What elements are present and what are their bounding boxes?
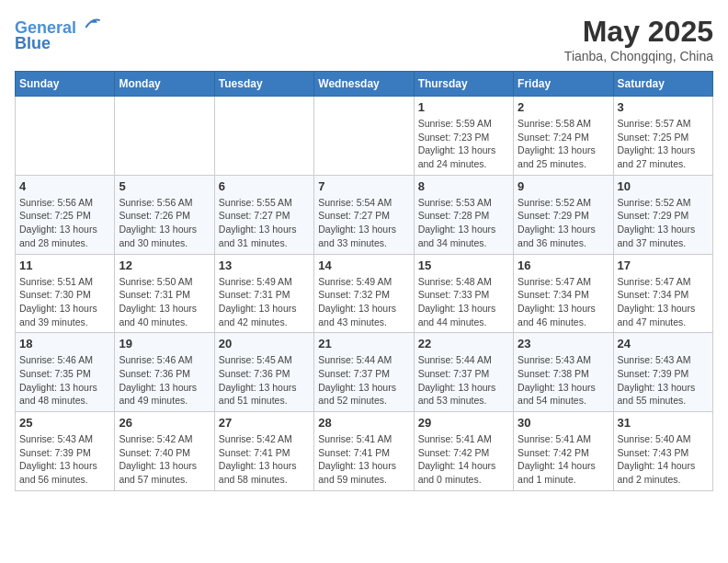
day-cell: 21Sunrise: 5:44 AM Sunset: 7:37 PM Dayli… (314, 333, 414, 412)
day-number: 13 (219, 259, 310, 272)
day-number: 6 (219, 179, 310, 193)
day-info: Sunrise: 5:41 AM Sunset: 7:42 PM Dayligh… (418, 432, 509, 487)
day-cell: 9Sunrise: 5:52 AM Sunset: 7:29 PM Daylig… (514, 175, 613, 254)
month-title: May 2025 (564, 15, 713, 49)
day-cell: 28Sunrise: 5:41 AM Sunset: 7:41 PM Dayli… (314, 412, 414, 491)
day-cell: 20Sunrise: 5:45 AM Sunset: 7:36 PM Dayli… (214, 333, 313, 412)
week-row-1: 1Sunrise: 5:59 AM Sunset: 7:23 PM Daylig… (16, 97, 713, 176)
day-cell: 27Sunrise: 5:42 AM Sunset: 7:41 PM Dayli… (214, 412, 313, 491)
day-cell: 16Sunrise: 5:47 AM Sunset: 7:34 PM Dayli… (514, 254, 613, 333)
day-cell: 11Sunrise: 5:51 AM Sunset: 7:30 PM Dayli… (16, 254, 115, 333)
day-cell: 6Sunrise: 5:55 AM Sunset: 7:27 PM Daylig… (214, 175, 313, 254)
day-info: Sunrise: 5:46 AM Sunset: 7:36 PM Dayligh… (119, 353, 210, 408)
day-info: Sunrise: 5:43 AM Sunset: 7:39 PM Dayligh… (618, 353, 709, 408)
weekday-header-tuesday: Tuesday (214, 72, 313, 97)
weekday-header-friday: Friday (514, 72, 613, 97)
day-info: Sunrise: 5:51 AM Sunset: 7:30 PM Dayligh… (19, 275, 110, 329)
day-number: 7 (318, 179, 409, 193)
day-cell: 2Sunrise: 5:58 AM Sunset: 7:24 PM Daylig… (514, 97, 613, 176)
day-cell: 31Sunrise: 5:40 AM Sunset: 7:43 PM Dayli… (613, 412, 712, 491)
day-info: Sunrise: 5:52 AM Sunset: 7:29 PM Dayligh… (518, 196, 609, 250)
day-info: Sunrise: 5:53 AM Sunset: 7:28 PM Dayligh… (418, 196, 509, 250)
day-info: Sunrise: 5:40 AM Sunset: 7:43 PM Dayligh… (618, 432, 709, 487)
day-cell: 30Sunrise: 5:41 AM Sunset: 7:42 PM Dayli… (514, 412, 613, 491)
day-number: 15 (418, 259, 509, 272)
day-number: 14 (318, 259, 409, 272)
day-number: 28 (318, 416, 409, 430)
day-cell: 25Sunrise: 5:43 AM Sunset: 7:39 PM Dayli… (16, 412, 115, 491)
day-cell: 18Sunrise: 5:46 AM Sunset: 7:35 PM Dayli… (16, 333, 115, 412)
day-number: 27 (219, 416, 310, 430)
day-info: Sunrise: 5:55 AM Sunset: 7:27 PM Dayligh… (219, 196, 310, 250)
calendar-body: 1Sunrise: 5:59 AM Sunset: 7:23 PM Daylig… (16, 97, 713, 491)
logo: General Blue (15, 15, 101, 53)
day-number: 21 (318, 337, 409, 350)
day-cell: 26Sunrise: 5:42 AM Sunset: 7:40 PM Dayli… (115, 412, 214, 491)
day-number: 8 (418, 179, 509, 193)
day-info: Sunrise: 5:48 AM Sunset: 7:33 PM Dayligh… (418, 275, 509, 329)
day-number: 25 (19, 416, 110, 430)
day-cell: 22Sunrise: 5:44 AM Sunset: 7:37 PM Dayli… (414, 333, 513, 412)
day-cell: 8Sunrise: 5:53 AM Sunset: 7:28 PM Daylig… (414, 175, 513, 254)
weekday-header-thursday: Thursday (414, 72, 513, 97)
weekday-header-sunday: Sunday (16, 72, 115, 97)
day-number: 17 (618, 259, 709, 272)
day-info: Sunrise: 5:49 AM Sunset: 7:31 PM Dayligh… (219, 275, 310, 329)
day-cell: 23Sunrise: 5:43 AM Sunset: 7:38 PM Dayli… (514, 333, 613, 412)
day-cell: 29Sunrise: 5:41 AM Sunset: 7:42 PM Dayli… (414, 412, 513, 491)
day-number: 31 (618, 416, 709, 430)
day-number: 2 (518, 100, 609, 114)
day-info: Sunrise: 5:47 AM Sunset: 7:34 PM Dayligh… (618, 275, 709, 329)
day-info: Sunrise: 5:44 AM Sunset: 7:37 PM Dayligh… (418, 353, 509, 408)
day-number: 4 (19, 179, 110, 193)
day-info: Sunrise: 5:50 AM Sunset: 7:31 PM Dayligh… (119, 275, 210, 329)
page-header: General Blue May 2025 Tianba, Chongqing,… (15, 15, 713, 63)
day-cell (314, 97, 414, 176)
day-info: Sunrise: 5:45 AM Sunset: 7:36 PM Dayligh… (219, 353, 310, 408)
day-cell (16, 97, 115, 176)
day-number: 29 (418, 416, 509, 430)
weekday-header-row: SundayMondayTuesdayWednesdayThursdayFrid… (16, 72, 713, 97)
location: Tianba, Chongqing, China (564, 49, 713, 63)
day-cell: 14Sunrise: 5:49 AM Sunset: 7:32 PM Dayli… (314, 254, 414, 333)
day-cell (214, 97, 313, 176)
day-cell: 24Sunrise: 5:43 AM Sunset: 7:39 PM Dayli… (613, 333, 712, 412)
day-cell: 4Sunrise: 5:56 AM Sunset: 7:25 PM Daylig… (16, 175, 115, 254)
day-cell: 19Sunrise: 5:46 AM Sunset: 7:36 PM Dayli… (115, 333, 214, 412)
calendar-table: SundayMondayTuesdayWednesdayThursdayFrid… (15, 71, 713, 491)
day-number: 18 (19, 337, 110, 350)
week-row-5: 25Sunrise: 5:43 AM Sunset: 7:39 PM Dayli… (16, 412, 713, 491)
day-cell: 13Sunrise: 5:49 AM Sunset: 7:31 PM Dayli… (214, 254, 313, 333)
day-info: Sunrise: 5:57 AM Sunset: 7:25 PM Dayligh… (618, 117, 709, 171)
day-number: 19 (119, 337, 210, 350)
day-info: Sunrise: 5:59 AM Sunset: 7:23 PM Dayligh… (418, 117, 509, 171)
day-number: 24 (618, 337, 709, 350)
title-block: May 2025 Tianba, Chongqing, China (564, 15, 713, 63)
day-number: 30 (518, 416, 609, 430)
day-number: 1 (418, 100, 509, 114)
day-cell: 5Sunrise: 5:56 AM Sunset: 7:26 PM Daylig… (115, 175, 214, 254)
day-cell: 7Sunrise: 5:54 AM Sunset: 7:27 PM Daylig… (314, 175, 414, 254)
day-number: 11 (19, 259, 110, 272)
day-number: 22 (418, 337, 509, 350)
day-number: 10 (618, 179, 709, 193)
day-info: Sunrise: 5:46 AM Sunset: 7:35 PM Dayligh… (19, 353, 110, 408)
weekday-header-monday: Monday (115, 72, 214, 97)
day-info: Sunrise: 5:54 AM Sunset: 7:27 PM Dayligh… (318, 196, 409, 250)
day-cell: 12Sunrise: 5:50 AM Sunset: 7:31 PM Dayli… (115, 254, 214, 333)
day-info: Sunrise: 5:47 AM Sunset: 7:34 PM Dayligh… (518, 275, 609, 329)
day-number: 16 (518, 259, 609, 272)
day-info: Sunrise: 5:41 AM Sunset: 7:42 PM Dayligh… (518, 432, 609, 487)
day-info: Sunrise: 5:56 AM Sunset: 7:26 PM Dayligh… (119, 196, 210, 250)
day-cell: 17Sunrise: 5:47 AM Sunset: 7:34 PM Dayli… (613, 254, 712, 333)
week-row-3: 11Sunrise: 5:51 AM Sunset: 7:30 PM Dayli… (16, 254, 713, 333)
day-number: 12 (119, 259, 210, 272)
day-number: 3 (618, 100, 709, 114)
day-cell (115, 97, 214, 176)
day-number: 20 (219, 337, 310, 350)
weekday-header-saturday: Saturday (613, 72, 712, 97)
day-info: Sunrise: 5:49 AM Sunset: 7:32 PM Dayligh… (318, 275, 409, 329)
weekday-header-wednesday: Wednesday (314, 72, 414, 97)
day-number: 23 (518, 337, 609, 350)
week-row-4: 18Sunrise: 5:46 AM Sunset: 7:35 PM Dayli… (16, 333, 713, 412)
